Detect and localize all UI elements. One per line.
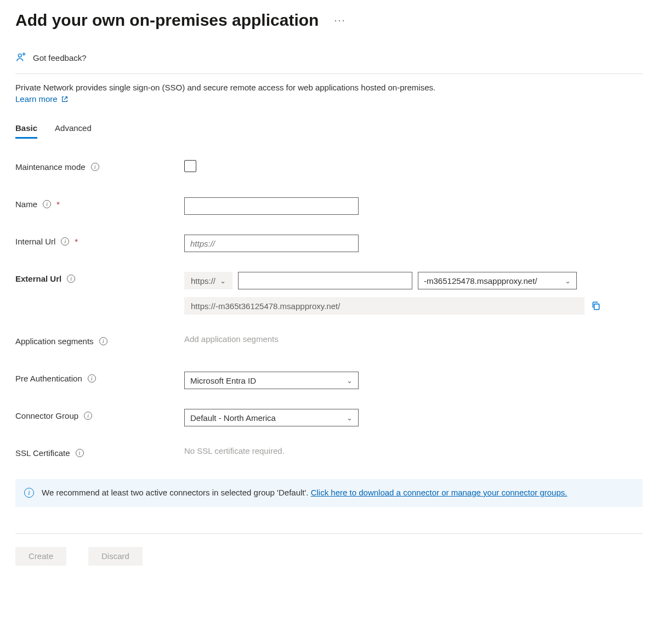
add-application-segments-link[interactable]: Add application segments xyxy=(184,334,643,344)
info-icon[interactable]: i xyxy=(88,374,96,383)
external-link-icon xyxy=(61,95,69,103)
chevron-down-icon: ⌄ xyxy=(347,377,353,385)
info-banner: i We recommend at least two active conne… xyxy=(15,479,643,507)
chevron-down-icon: ⌄ xyxy=(347,414,353,422)
tab-basic[interactable]: Basic xyxy=(15,123,37,139)
info-icon[interactable]: i xyxy=(84,412,92,420)
info-icon[interactable]: i xyxy=(61,237,69,246)
name-label: Name xyxy=(15,200,37,209)
info-icon: i xyxy=(24,488,34,498)
chevron-down-icon: ⌄ xyxy=(565,277,571,285)
pre-auth-label: Pre Authentication xyxy=(15,374,82,383)
external-url-readout: https://-m365t36125478.msappproxy.net/ xyxy=(184,297,585,315)
maintenance-mode-checkbox[interactable] xyxy=(184,160,196,172)
feedback-label: Got feedback? xyxy=(33,53,87,62)
chevron-down-icon: ⌄ xyxy=(220,277,226,285)
info-icon[interactable]: i xyxy=(91,163,99,171)
feedback-button[interactable]: Got feedback? xyxy=(15,52,643,74)
page-title: Add your own on-premises application xyxy=(15,11,319,30)
maintenance-mode-label: Maintenance mode xyxy=(15,162,86,172)
pre-auth-value: Microsoft Entra ID xyxy=(190,376,256,385)
external-suffix-select[interactable]: -m365125478.msappproxy.net/ ⌄ xyxy=(418,272,577,289)
external-subdomain-input[interactable] xyxy=(238,272,412,289)
suffix-value: -m365125478.msappproxy.net/ xyxy=(424,276,537,286)
protocol-select[interactable]: https:// ⌄ xyxy=(184,272,232,289)
download-connector-link[interactable]: Click here to download a connector or ma… xyxy=(311,488,568,497)
pre-auth-select[interactable]: Microsoft Entra ID ⌄ xyxy=(184,372,359,389)
connector-group-label: Connector Group xyxy=(15,411,78,420)
learn-more-label: Learn more xyxy=(15,94,58,104)
intro-text: Private Network provides single sign-on … xyxy=(15,83,643,92)
more-actions-button[interactable]: ··· xyxy=(332,13,348,29)
name-input[interactable] xyxy=(184,197,359,215)
required-indicator: * xyxy=(75,237,78,246)
info-icon[interactable]: i xyxy=(67,275,75,283)
internal-url-input[interactable] xyxy=(184,235,359,252)
svg-point-0 xyxy=(18,54,21,57)
ssl-cert-label: SSL Certificate xyxy=(15,448,70,458)
required-indicator: * xyxy=(56,200,60,209)
svg-rect-1 xyxy=(594,304,599,310)
info-icon[interactable]: i xyxy=(99,337,107,345)
tab-advanced[interactable]: Advanced xyxy=(55,123,92,139)
info-icon[interactable]: i xyxy=(43,200,51,208)
create-button[interactable]: Create xyxy=(15,547,66,566)
application-segments-label: Application segments xyxy=(15,337,94,346)
external-url-label: External Url xyxy=(15,274,61,283)
feedback-icon xyxy=(15,52,27,64)
info-icon[interactable]: i xyxy=(76,449,84,457)
tabs: Basic Advanced xyxy=(15,123,643,139)
discard-button[interactable]: Discard xyxy=(88,547,143,566)
divider xyxy=(15,533,643,534)
copy-icon[interactable] xyxy=(591,301,601,311)
connector-group-value: Default - North America xyxy=(190,413,276,423)
ssl-cert-note: No SSL certificate required. xyxy=(184,446,643,455)
learn-more-link[interactable]: Learn more xyxy=(15,94,69,104)
connector-group-select[interactable]: Default - North America ⌄ xyxy=(184,409,359,426)
internal-url-label: Internal Url xyxy=(15,237,55,246)
protocol-value: https:// xyxy=(191,276,215,286)
banner-text: We recommend at least two active connect… xyxy=(42,488,311,497)
